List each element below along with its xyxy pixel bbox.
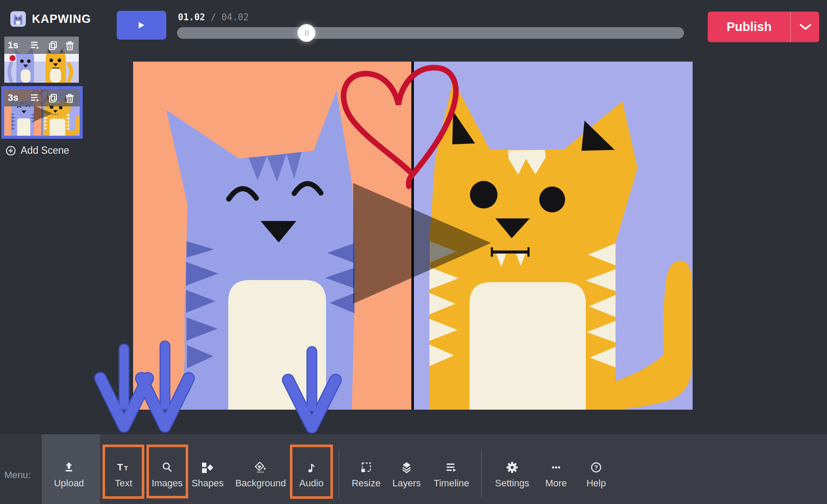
toolbar-item-layers[interactable]: Layers [383,434,430,504]
more-dots-icon [550,461,562,474]
time-separator: / [211,12,221,22]
gear-icon [506,461,518,474]
chevron-down-icon [800,24,811,30]
toolbar-item-help[interactable]: ? Help [572,434,620,504]
reorder-icon[interactable] [30,40,40,51]
publish-button[interactable]: Publish [708,12,819,42]
scene-thumbnail-1[interactable]: 1s [4,37,79,83]
layers-icon [401,461,413,474]
publish-divider [790,12,791,42]
scene-1-header: 1s [4,37,79,54]
timeline-icon [445,461,457,474]
trash-icon[interactable] [65,93,75,103]
toolbar-item-timeline[interactable]: Timeline [428,434,475,504]
video-canvas[interactable] [133,62,693,410]
scene-1-duration: 1s [8,40,18,51]
add-scene-label: Add Scene [21,145,69,156]
total-time: 04.02 [221,12,249,22]
kapwing-logo-icon [10,11,26,27]
help-icon: ? [590,461,602,474]
toolbar-item-settings[interactable]: Settings [488,434,536,504]
play-button[interactable] [117,11,166,40]
highlight-box-images [146,445,188,498]
app-logo[interactable]: KAPWING [10,11,91,27]
trash-icon[interactable] [65,40,75,51]
highlight-box-text [103,445,144,499]
publish-label: Publish [708,12,790,42]
toolbar-divider-1 [339,451,339,498]
plus-circle-icon [5,145,16,156]
scene-2-header: 3s [4,89,80,106]
brand-name: KAPWING [32,12,91,26]
canvas-art [133,62,693,410]
copy-icon[interactable] [48,93,58,103]
svg-text:?: ? [594,464,598,471]
scene-2-duration: 3s [8,92,18,103]
scene-thumbnail-2-selected[interactable]: 3s [1,86,83,139]
highlight-box-audio [290,445,333,499]
copy-icon[interactable] [48,40,58,51]
menu-strip [0,434,42,504]
menu-label: Menu: [4,470,31,481]
toolbar-item-upload[interactable]: Upload [45,434,93,504]
upload-icon [63,461,75,474]
time-display: 01.02 / 04.02 [178,12,249,22]
toolbar-item-background[interactable]: Background [237,434,284,504]
add-scene-button[interactable]: Add Scene [5,145,69,156]
play-icon [138,22,145,29]
current-time: 01.02 [178,12,205,22]
paint-bucket-icon [254,461,267,474]
resize-icon [360,461,372,474]
timeline-slider[interactable] [177,27,684,39]
reorder-icon[interactable] [30,93,40,103]
shapes-icon [201,461,214,474]
toolbar-divider-2 [481,451,482,498]
slider-knob[interactable] [298,24,315,42]
toolbar-item-shapes[interactable]: Shapes [184,434,231,504]
